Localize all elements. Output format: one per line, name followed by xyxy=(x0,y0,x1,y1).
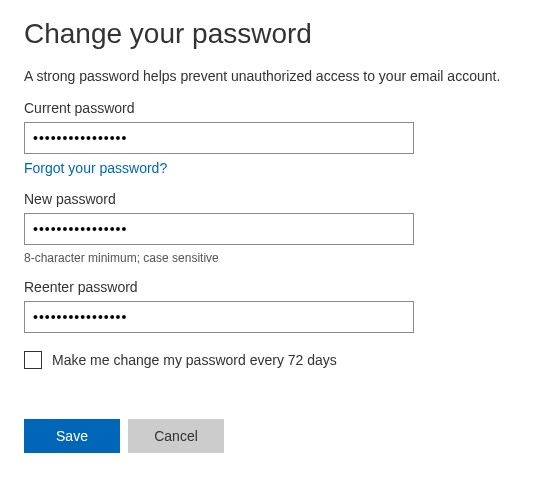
new-password-label: New password xyxy=(24,191,512,207)
new-password-hint: 8-character minimum; case sensitive xyxy=(24,251,512,265)
expire-checkbox[interactable] xyxy=(24,351,42,369)
current-password-label: Current password xyxy=(24,100,512,116)
expire-checkbox-row: Make me change my password every 72 days xyxy=(24,351,512,369)
cancel-button[interactable]: Cancel xyxy=(128,419,224,453)
reenter-password-input[interactable] xyxy=(24,301,414,333)
current-password-group: Current password Forgot your password? xyxy=(24,100,512,177)
page-description: A strong password helps prevent unauthor… xyxy=(24,68,512,84)
expire-checkbox-label[interactable]: Make me change my password every 72 days xyxy=(52,352,337,368)
reenter-password-group: Reenter password xyxy=(24,279,512,333)
forgot-password-link[interactable]: Forgot your password? xyxy=(24,160,167,176)
button-row: Save Cancel xyxy=(24,419,512,453)
new-password-group: New password 8-character minimum; case s… xyxy=(24,191,512,265)
save-button[interactable]: Save xyxy=(24,419,120,453)
new-password-input[interactable] xyxy=(24,213,414,245)
reenter-password-label: Reenter password xyxy=(24,279,512,295)
current-password-input[interactable] xyxy=(24,122,414,154)
page-title: Change your password xyxy=(24,18,512,50)
